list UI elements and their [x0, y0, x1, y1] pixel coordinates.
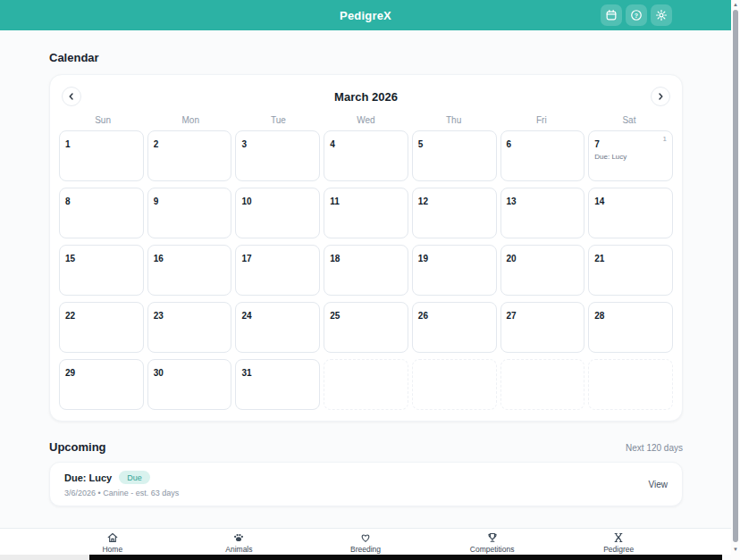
day-number: 10 — [241, 196, 251, 206]
nav-item-breeding[interactable]: Breeding — [302, 531, 429, 555]
day-number: 24 — [241, 311, 251, 321]
weekday-label: Sun — [59, 115, 147, 125]
empty-day-cell — [500, 359, 585, 410]
calendar-grid: 12345671Due: Lucy89101112131415161718192… — [59, 130, 673, 410]
nav-item-pedigree[interactable]: Pedigree — [555, 531, 682, 555]
app-window: PedigreX ? — [0, 0, 731, 560]
day-event-label[interactable]: Due: Lucy — [594, 153, 667, 161]
svg-text:?: ? — [635, 13, 638, 19]
scrollbar-thumb[interactable] — [733, 10, 738, 542]
nav-label-breeding: Breeding — [350, 545, 381, 554]
calendar-day-cell[interactable]: 22 — [59, 302, 144, 353]
day-number: 16 — [154, 254, 164, 263]
day-number: 31 — [241, 368, 251, 378]
calendar-day-cell[interactable]: 8 — [59, 188, 144, 238]
day-number: 18 — [330, 254, 340, 263]
calendar-day-cell[interactable]: 9 — [147, 188, 232, 238]
calendar-button[interactable] — [601, 4, 622, 26]
empty-day-cell — [324, 359, 408, 410]
calendar-day-cell[interactable]: 23 — [147, 302, 232, 353]
calendar-day-cell[interactable]: 14 — [588, 188, 673, 238]
nav-item-home[interactable]: Home — [49, 531, 176, 555]
calendar-day-cell[interactable]: 31 — [235, 359, 320, 410]
calendar-day-cell[interactable]: 12 — [412, 188, 497, 238]
day-number: 23 — [154, 311, 164, 321]
due-badge: Due — [119, 471, 150, 484]
calendar-icon — [605, 9, 618, 21]
day-number: 26 — [418, 311, 428, 321]
day-number: 5 — [418, 139, 424, 149]
calendar-day-cell[interactable]: 20 — [500, 245, 585, 296]
settings-icon — [655, 9, 668, 21]
heart-icon — [359, 531, 372, 544]
calendar-day-cell[interactable]: 18 — [324, 245, 408, 296]
upcoming-item-title: Due: Lucy — [64, 472, 112, 483]
calendar-day-cell[interactable]: 17 — [235, 245, 320, 296]
calendar-day-cell[interactable]: 25 — [324, 302, 408, 353]
day-number: 9 — [154, 196, 159, 206]
calendar-day-cell[interactable]: 10 — [235, 188, 320, 238]
day-number: 1 — [65, 139, 71, 149]
calendar-day-cell[interactable]: 21 — [588, 245, 673, 296]
bottom-nav: Home Animals Breeding — [0, 528, 731, 555]
calendar-day-cell[interactable]: 5 — [412, 130, 497, 181]
weekday-label: Tue — [234, 115, 322, 125]
weekday-label: Thu — [410, 115, 498, 125]
app-header: PedigreX ? — [0, 0, 731, 30]
upcoming-item-subtitle: 3/6/2026 • Canine - est. 63 days — [64, 489, 179, 497]
upcoming-item-info: Due: Lucy Due 3/6/2026 • Canine - est. 6… — [64, 471, 179, 497]
calendar-day-cell[interactable]: 71Due: Lucy — [588, 130, 673, 181]
view-button[interactable]: View — [649, 480, 669, 489]
day-number: 12 — [418, 196, 428, 206]
scroll-up-arrow[interactable]: ▲ — [731, 0, 740, 9]
calendar-card: March 2026 SunMonTueWedThuFriSat 1234567… — [49, 74, 683, 422]
calendar-day-cell[interactable]: 3 — [235, 130, 320, 181]
nav-item-competitions[interactable]: Competitions — [429, 531, 556, 555]
day-number: 7 — [594, 139, 600, 149]
calendar-day-cell[interactable]: 27 — [500, 302, 585, 353]
day-number: 28 — [594, 311, 604, 321]
calendar-day-cell[interactable]: 6 — [500, 130, 585, 181]
day-number: 2 — [154, 139, 159, 149]
calendar-day-cell[interactable]: 13 — [500, 188, 585, 238]
upcoming-item: Due: Lucy Due 3/6/2026 • Canine - est. 6… — [49, 462, 683, 506]
day-number: 4 — [330, 139, 335, 149]
calendar-day-cell[interactable]: 4 — [324, 130, 408, 181]
weekday-label: Wed — [322, 115, 409, 125]
scroll-down-arrow[interactable]: ▼ — [731, 545, 740, 554]
settings-button[interactable] — [651, 4, 672, 26]
calendar-day-cell[interactable]: 16 — [147, 245, 232, 296]
pedigree-icon — [612, 531, 625, 544]
day-number: 11 — [330, 196, 340, 206]
bottom-screen-edge — [0, 555, 722, 560]
upcoming-range-label: Next 120 days — [626, 443, 683, 453]
calendar-day-cell[interactable]: 11 — [324, 188, 408, 238]
day-number: 17 — [241, 254, 251, 263]
event-count-badge: 1 — [663, 135, 667, 143]
nav-item-animals[interactable]: Animals — [176, 531, 303, 555]
calendar-day-cell[interactable]: 28 — [588, 302, 673, 353]
help-button[interactable]: ? — [626, 4, 647, 26]
calendar-day-cell[interactable]: 29 — [59, 359, 144, 410]
trophy-icon — [486, 531, 499, 544]
page-title: Calendar — [49, 51, 683, 64]
calendar-day-cell[interactable]: 1 — [59, 130, 144, 181]
day-number: 25 — [330, 311, 340, 321]
empty-day-cell — [412, 359, 497, 410]
weekday-label: Fri — [498, 115, 585, 125]
calendar-header: March 2026 — [59, 83, 673, 110]
day-number: 19 — [418, 254, 428, 263]
calendar-day-cell[interactable]: 26 — [412, 302, 497, 353]
calendar-day-cell[interactable]: 15 — [59, 245, 144, 296]
scrollbar[interactable]: ▲ ▼ — [731, 0, 740, 560]
calendar-day-cell[interactable]: 24 — [235, 302, 320, 353]
calendar-day-cell[interactable]: 19 — [412, 245, 497, 296]
nav-label-home: Home — [102, 545, 122, 554]
calendar-day-cell[interactable]: 30 — [147, 359, 232, 410]
nav-label-competitions: Competitions — [470, 545, 515, 554]
upcoming-header: Upcoming Next 120 days — [49, 440, 683, 454]
weekday-label: Sat — [585, 115, 673, 125]
calendar-day-cell[interactable]: 2 — [147, 130, 232, 181]
empty-day-cell — [588, 359, 673, 410]
month-label: March 2026 — [59, 90, 673, 104]
